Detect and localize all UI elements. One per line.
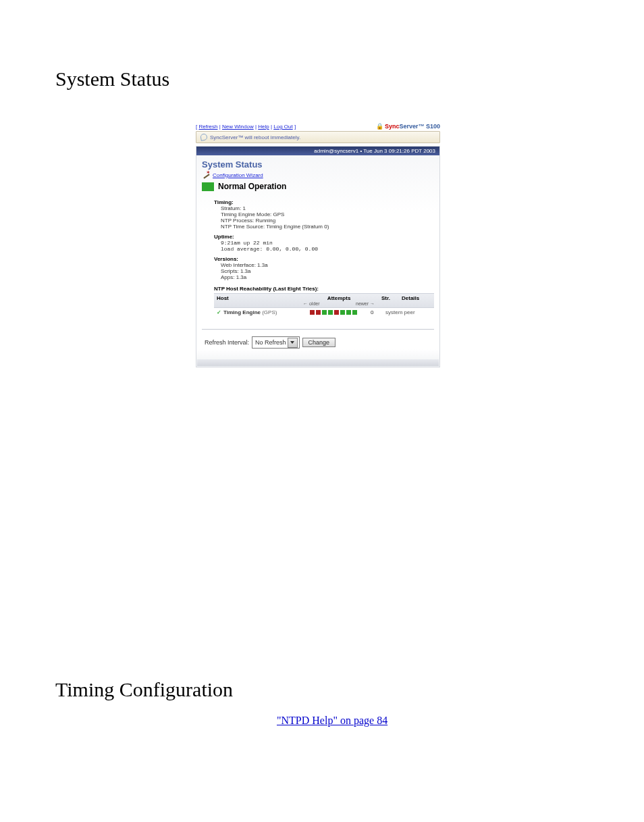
versions-apps: Apps: 1.3a: [214, 274, 434, 280]
lock-icon: 🔒: [376, 123, 383, 130]
refresh-interval-select[interactable]: No Refresh: [252, 336, 300, 349]
main-panel: admin@syncserv1 • Tue Jun 3 09:21:26 PDT…: [196, 146, 440, 367]
table-row: ✓ Timing Engine (GPS) 0: [214, 308, 434, 317]
table-header-row: Host Attempts ← older newer → Str. Detai…: [214, 293, 434, 308]
uptime-line2: load average: 0.00, 0.00, 0.00: [214, 246, 434, 252]
col-details: Details: [399, 294, 434, 307]
chevron-down-icon: [288, 338, 298, 348]
panel-title: System Status: [196, 155, 439, 171]
versions-heading: Versions:: [214, 256, 434, 262]
attempt-8-ok-icon: [352, 310, 357, 315]
attempt-4-ok-icon: [328, 310, 333, 315]
attempt-1-fail-icon: [310, 310, 315, 315]
attempt-7-ok-icon: [346, 310, 351, 315]
speech-bubble-icon: [200, 134, 207, 140]
link-new-window[interactable]: New Window: [222, 124, 254, 130]
refresh-label: Refresh Interval:: [205, 339, 249, 346]
link-log-out[interactable]: Log Out: [273, 124, 292, 130]
reboot-banner: SyncServer™ will reboot immediately.: [196, 131, 440, 143]
uptime-line1: 9:21am up 22 min: [214, 240, 434, 246]
attempt-5-fail-icon: [334, 310, 339, 315]
brand-label: 🔒SyncServer™ S100: [376, 123, 440, 130]
timing-stratum: Stratum: 1: [214, 205, 434, 211]
link-configuration-wizard[interactable]: Configuration Wizard: [213, 172, 263, 178]
attempt-3-ok-icon: [322, 310, 327, 315]
col-attempts: Attempts ← older newer →: [299, 294, 379, 307]
versions-web: Web Interface: 1.3a: [214, 262, 434, 268]
row-host-sub: (GPS): [261, 309, 277, 315]
heading-timing-configuration: Timing Configuration: [0, 651, 644, 701]
refresh-value: No Refresh: [255, 339, 286, 346]
row-stratum: 0: [371, 309, 385, 315]
top-link-bar: [ Refresh | New Window | Help | Log Out …: [196, 123, 440, 131]
timing-source: NTP Time Source: Timing Engine (Stratum …: [214, 224, 434, 230]
info-block: Timing: Stratum: 1 Timing Engine Mode: G…: [196, 199, 439, 280]
timing-process: NTP Process: Running: [214, 217, 434, 224]
change-button[interactable]: Change: [302, 338, 336, 347]
row-details: system peer: [385, 309, 431, 315]
check-icon: ✓: [217, 309, 223, 315]
bracket-close: ]: [294, 124, 296, 130]
top-links-left: [ Refresh | New Window | Help | Log Out …: [196, 124, 296, 130]
row-host: Timing Engine: [223, 309, 261, 315]
reboot-text: SyncServer™ will reboot immediately.: [210, 134, 300, 140]
heading-system-status: System Status: [0, 0, 644, 91]
status-indicator-icon: [202, 182, 214, 191]
panel-footer-bar: [197, 359, 439, 366]
admin-status-bar: admin@syncserv1 • Tue Jun 3 09:21:26 PDT…: [196, 147, 439, 155]
brand-part1: Sync: [385, 123, 400, 130]
uptime-heading: Uptime:: [214, 234, 434, 240]
reachability-table: Host Attempts ← older newer → Str. Detai…: [214, 293, 434, 317]
link-refresh[interactable]: Refresh: [198, 124, 217, 130]
brand-part2: Server™ S100: [399, 123, 440, 130]
col-stratum: Str.: [379, 294, 399, 307]
col-attempts-label: Attempts: [302, 295, 376, 301]
link-help[interactable]: Help: [258, 124, 269, 130]
wizard-icon: [202, 171, 210, 179]
attempt-6-ok-icon: [340, 310, 345, 315]
versions-scripts: Scripts: 1.3a: [214, 268, 434, 274]
newer-label: newer →: [356, 301, 375, 306]
attempt-squares: [296, 310, 371, 315]
timing-heading: Timing:: [214, 199, 434, 205]
attempt-2-fail-icon: [316, 310, 321, 315]
timing-mode: Timing Engine Mode: GPS: [214, 211, 434, 217]
older-label: ← older: [303, 301, 320, 306]
normal-operation-label: Normal Operation: [218, 182, 286, 191]
screenshot-panel: [ Refresh | New Window | Help | Log Out …: [196, 123, 440, 367]
col-host: Host: [214, 294, 299, 307]
reachability-title: NTP Host Reachability (Last Eight Tries)…: [196, 280, 439, 293]
link-ntpd-help[interactable]: "NTPD Help" on page 84: [277, 715, 387, 726]
